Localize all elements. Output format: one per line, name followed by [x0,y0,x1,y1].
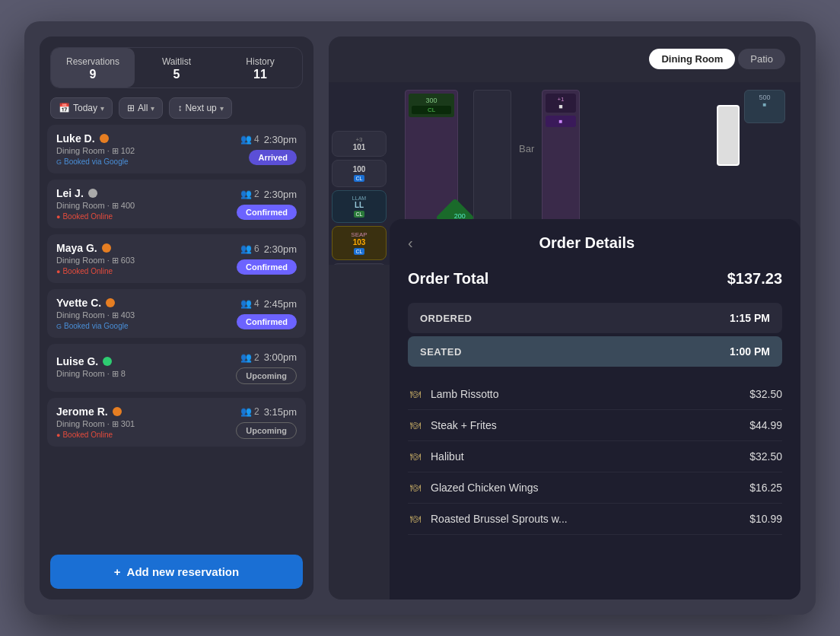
sort-filter-arrow: ▾ [220,104,224,113]
res-time: 2:30pm [264,189,297,200]
res-guests: 👥 4 [240,298,259,309]
filter-bar: 📅 Today ▾ ⊞ All ▾ ↕ Next up ▾ [40,88,313,125]
status-badge[interactable]: Confirmed [237,259,297,275]
food-icon: 🍽 [408,511,423,526]
ordered-time: 1:15 PM [730,312,770,324]
res-guests: 👥 2 [240,189,259,199]
room-tabs-bar: Dining Room Patio [649,49,785,69]
order-item-row: 🍽 Steak + Frites $44.99 [408,410,782,441]
order-item-left: 🍽 Halibut [408,449,464,464]
res-guests: 👥 4 [240,134,259,145]
tab-waitlist-count: 5 [138,68,215,81]
item-price: $10.99 [749,513,782,525]
order-item-left: 🍽 Steak + Frites [408,418,497,433]
item-price: $16.25 [749,482,782,494]
order-items: 🍽 Lamb Rissotto $32.50 🍽 Steak + Frites … [408,379,782,535]
status-badge[interactable]: Arrived [249,150,297,165]
table-card-101[interactable]: +3 101 [332,131,387,157]
tab-reservations[interactable]: Reservations 9 [51,48,135,87]
res-name: Lei J. [56,187,237,199]
res-left: Jerome R. Dining Room · ⊞ 301 ● Booked O… [56,405,236,439]
seated-time: 1:00 PM [730,345,770,358]
side-tables: +3 101 100 CL LLAM LL CL SEAP 103 CL [329,128,390,265]
res-right: 👥 6 2:30pm Confirmed [237,243,297,275]
table-far-right[interactable]: 500 ■ [744,90,785,123]
table-card-llabel: LLAM LL CL [332,190,387,223]
reservation-list: Luke D. Dining Room · ⊞ 102 G Booked via… [40,125,313,547]
status-dot [102,243,111,253]
tab-reservations-label: Reservations [66,56,119,67]
order-item-left: 🍽 Roasted Brussel Sprouts w... [408,511,568,526]
add-reservation-button[interactable]: + Add new reservation [50,555,303,589]
reservation-item[interactable]: Jerome R. Dining Room · ⊞ 301 ● Booked O… [47,398,306,447]
table-card-100[interactable]: 100 CL [332,160,387,187]
order-header: ‹ Order Details [408,234,782,252]
date-filter-btn[interactable]: 📅 Today ▾ [50,97,113,119]
section-filter-label: All [138,103,148,113]
table-card-104[interactable]: 104 CL [332,263,387,265]
status-dot [106,298,115,307]
food-icon: 🍽 [408,386,423,402]
status-badge[interactable]: Confirmed [237,205,297,220]
order-total-amount: $137.23 [727,270,782,288]
res-guests: 👥 6 [240,243,259,254]
tab-waitlist[interactable]: Waitlist 5 [135,48,218,87]
section-filter-arrow: ▾ [151,104,154,113]
status-badge[interactable]: Upcoming [236,367,297,384]
table-card-103[interactable]: SEAP 103 CL [332,226,387,260]
item-price: $32.50 [749,388,782,400]
res-source: G Booked via Google [56,322,237,330]
item-name: Glazed Chicken Wings [431,482,539,494]
status-dot [100,134,109,143]
reservation-item[interactable]: Lei J. Dining Room · ⊞ 400 ● Booked Onli… [47,180,306,228]
reservation-item[interactable]: Luise G. Dining Room · ⊞ 8 👥 2 3:00pm Up… [47,344,306,392]
res-left: Maya G. Dining Room · ⊞ 603 ● Booked Onl… [56,242,237,275]
back-button[interactable]: ‹ [408,234,413,252]
res-right: 👥 4 2:45pm Confirmed [237,298,297,329]
res-right: 👥 2 3:15pm Upcoming [236,406,297,439]
res-time: 3:00pm [264,351,297,363]
grid-icon: ⊞ [127,103,135,113]
order-item-row: 🍽 Roasted Brussel Sprouts w... $10.99 [408,504,782,535]
order-item-row: 🍽 Lamb Rissotto $32.50 [408,379,782,410]
res-details: Dining Room · ⊞ 301 [56,419,236,429]
res-time: 2:30pm [264,243,297,255]
seated-label: SEATED [420,346,462,358]
res-time: 2:30pm [264,134,297,145]
res-name: Yvette C. [56,297,237,309]
item-price: $44.99 [749,419,782,431]
order-item-row: 🍽 Halibut $32.50 [408,441,782,472]
room-tab-dining[interactable]: Dining Room [649,49,735,69]
reservation-item[interactable]: Luke D. Dining Room · ⊞ 102 G Booked via… [47,125,306,173]
reservation-item[interactable]: Yvette C. Dining Room · ⊞ 403 G Booked v… [47,289,306,338]
res-source: ● Booked Online [56,212,237,221]
res-left: Luke D. Dining Room · ⊞ 102 G Booked via… [56,132,240,166]
order-item-row: 🍽 Glazed Chicken Wings $16.25 [408,472,782,504]
res-source: ● Booked Online [56,267,237,275]
food-icon: 🍽 [408,480,423,495]
add-reservation-label: Add new reservation [127,565,240,578]
res-guests: 👥 2 [240,406,259,417]
status-badge[interactable]: Confirmed [237,314,297,329]
sort-filter-btn[interactable]: ↕ Next up ▾ [169,97,231,119]
order-panel: ‹ Order Details Order Total $137.23 ORDE… [390,219,800,599]
section-filter-btn[interactable]: ⊞ All ▾ [119,97,163,119]
room-tab-patio[interactable]: Patio [738,49,785,69]
sort-filter-label: Next up [185,103,216,113]
room-tab-patio-label: Patio [750,53,773,65]
status-dot [88,189,97,198]
tab-reservations-count: 9 [54,68,132,81]
calendar-icon: 📅 [59,103,70,113]
res-name: Jerome R. [56,405,236,418]
tab-history-count: 11 [221,68,299,81]
left-panel: Reservations 9 Waitlist 5 History 11 📅 T… [40,37,313,599]
white-table[interactable] [717,105,740,166]
res-name: Luke D. [56,132,240,145]
reservation-item[interactable]: Maya G. Dining Room · ⊞ 603 ● Booked Onl… [47,234,306,283]
tab-history[interactable]: History 11 [218,48,302,87]
ordered-label: ORDERED [420,313,473,324]
res-right: 👥 2 3:00pm Upcoming [236,351,297,384]
status-badge[interactable]: Upcoming [236,422,297,439]
order-total-row: Order Total $137.23 [408,270,782,288]
plus-icon: + [114,565,121,578]
